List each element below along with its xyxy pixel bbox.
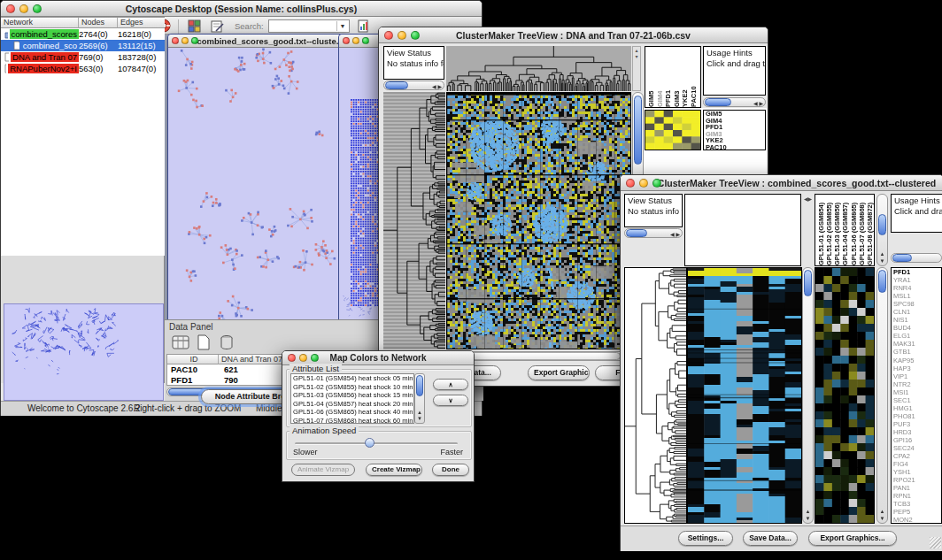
export-graphics-button[interactable]: Export Graphics... bbox=[808, 531, 897, 546]
usage-hscrollbar[interactable]: ◀ ▶ bbox=[703, 97, 766, 107]
create-vizmap-button[interactable]: Create Vizmap bbox=[366, 464, 422, 476]
faster-label: Faster bbox=[440, 448, 463, 456]
main-title-bar[interactable]: Cytoscape Desktop (Session Name: collins… bbox=[1, 1, 482, 17]
attribute-list-vscrollbar[interactable]: ▲ ▼ bbox=[414, 373, 425, 424]
zoom-button[interactable] bbox=[191, 37, 198, 44]
scroll-down-arrow[interactable]: ▼ bbox=[803, 516, 813, 521]
close-button[interactable] bbox=[343, 37, 350, 44]
scroll-arrows[interactable]: ◀ ▶ bbox=[753, 100, 763, 106]
label-scroll-arrows[interactable]: ◀▶ bbox=[802, 194, 814, 204]
zoom-button[interactable] bbox=[362, 37, 369, 44]
annotation-icon[interactable] bbox=[208, 18, 226, 34]
gene-label: SEC1 bbox=[892, 396, 941, 404]
speed-slider-track[interactable] bbox=[295, 442, 458, 445]
heatmap-global-view[interactable] bbox=[687, 267, 802, 524]
minimize-button[interactable] bbox=[181, 37, 189, 44]
table-cell[interactable]: PFD1 bbox=[167, 375, 219, 386]
close-button[interactable] bbox=[172, 37, 179, 44]
network-name-cell[interactable]: combined_sco bbox=[1, 41, 79, 50]
minimize-button[interactable] bbox=[639, 179, 648, 188]
network-list-row[interactable]: combined_scores2764(0)16218(0) bbox=[1, 28, 165, 40]
zoom-column-labels: GIM5GIM4PFD1GIM3YKE2PAC10 bbox=[645, 46, 701, 108]
heatmap-vscrollbar[interactable]: ▲ ▼ bbox=[802, 267, 814, 524]
gene-label: TCB3 bbox=[892, 500, 941, 508]
network-list-row[interactable]: DNA and Tran 07769(0)183728(0) bbox=[1, 51, 165, 63]
treeview1-title-bar[interactable]: ClusterMaker TreeView : DNA and Tran 07-… bbox=[379, 27, 768, 43]
search-input[interactable]: ▼ bbox=[268, 19, 350, 33]
attribute-list-item[interactable]: GPL51-01 (GSM854) heat shock 05 min bbox=[291, 374, 413, 383]
attribute-list-item[interactable]: GPL51-02 (GSM855) heat shock 10 min bbox=[291, 383, 413, 392]
scroll-down-arrow[interactable]: ▼ bbox=[415, 416, 424, 421]
network-list-row[interactable]: combined_sco2569(6)13112(15) bbox=[1, 40, 165, 51]
gene-list-hscrollbar[interactable] bbox=[891, 253, 942, 263]
resize-grip[interactable] bbox=[930, 537, 941, 548]
view-status-hscrollbar[interactable]: ◀ ▶ bbox=[624, 228, 683, 238]
delete-attribute-icon[interactable] bbox=[220, 334, 234, 354]
scroll-arrows[interactable]: ◀ ▶ bbox=[670, 231, 680, 237]
attribute-list-item[interactable]: GPL51-07 (GSM868) heat shock 60 min bbox=[291, 417, 413, 425]
network-name-cell[interactable]: combined_scores bbox=[1, 29, 79, 39]
zoom-button[interactable] bbox=[411, 31, 420, 40]
network-report-icon[interactable] bbox=[355, 18, 373, 34]
column-label: YKE2 bbox=[681, 47, 690, 107]
view-status-hscrollbar[interactable]: ◀ ▶ bbox=[383, 81, 444, 90]
window-controls bbox=[6, 4, 42, 13]
attribute-list-item[interactable]: GPL51-06 (GSM865) heat shock 40 min bbox=[291, 408, 413, 417]
treeview2-title-bar[interactable]: ClusterMaker TreeView : combined_scores_… bbox=[621, 175, 942, 191]
column-dendrogram[interactable] bbox=[446, 46, 631, 91]
attribute-list[interactable]: GPL51-01 (GSM854) heat shock 05 minGPL51… bbox=[290, 373, 414, 424]
attribute-list-item[interactable]: GPL51-03 (GSM856) heat shock 15 min bbox=[291, 391, 413, 400]
search-dropdown-arrow[interactable]: ▼ bbox=[336, 21, 348, 31]
minimize-button[interactable] bbox=[19, 4, 28, 13]
minimize-button[interactable] bbox=[299, 354, 307, 362]
usage-hints-panel: Usage HintsClick and drag to bbox=[891, 194, 942, 233]
zoom-button[interactable] bbox=[33, 4, 42, 13]
column-tree-area[interactable] bbox=[684, 194, 801, 266]
attribute-table-icon[interactable] bbox=[172, 334, 189, 354]
network-edges-cell: 13112(15) bbox=[118, 41, 165, 50]
scroll-up-arrow[interactable]: ▲ bbox=[877, 509, 887, 514]
close-button[interactable] bbox=[6, 4, 15, 13]
scroll-arrows[interactable]: ◀ ▶ bbox=[432, 83, 442, 89]
vizmapper-icon[interactable] bbox=[185, 18, 203, 34]
speed-slider-thumb[interactable] bbox=[365, 438, 374, 448]
heatmap-zoom-view[interactable] bbox=[645, 110, 701, 150]
close-button[interactable] bbox=[626, 179, 635, 188]
row-dendrogram[interactable] bbox=[383, 92, 445, 349]
network-canvas[interactable] bbox=[168, 48, 345, 327]
new-attribute-icon[interactable] bbox=[197, 334, 211, 354]
scroll-up-arrow[interactable]: ▲ bbox=[415, 410, 424, 415]
zoom-vscrollbar[interactable]: ▲ ▼ bbox=[876, 267, 888, 524]
close-button[interactable] bbox=[288, 354, 296, 362]
attribute-list-item[interactable]: GPL51-04 (GSM857) heat shock 20 min bbox=[291, 400, 413, 409]
move-down-button[interactable]: ∨ bbox=[433, 395, 468, 406]
export-graphics-button[interactable]: Export Graphics... bbox=[528, 365, 590, 380]
column-header-nodes[interactable]: Nodes bbox=[79, 18, 118, 28]
scroll-up-arrow[interactable]: ▲ bbox=[877, 251, 887, 257]
scroll-down-arrow[interactable]: ▼ bbox=[877, 516, 887, 521]
column-header-network[interactable]: Network bbox=[1, 18, 79, 28]
zoom-button[interactable] bbox=[311, 354, 319, 362]
table-cell[interactable]: PAC10 bbox=[167, 364, 219, 375]
network-name-cell[interactable]: RNAPuberNov2+I bbox=[1, 64, 79, 73]
labels-vscrollbar[interactable]: ▲ ▼ bbox=[876, 194, 888, 266]
network-name-cell[interactable]: DNA and Tran 07 bbox=[1, 52, 79, 62]
heatmap-zoom-view[interactable] bbox=[815, 267, 875, 524]
save-data-button[interactable]: Save Data... bbox=[743, 531, 798, 546]
column-tree-scroll-strip[interactable]: ▴▾ bbox=[632, 46, 641, 91]
birdseye-view[interactable] bbox=[4, 303, 164, 401]
minimize-button[interactable] bbox=[352, 37, 359, 44]
scroll-down-arrow[interactable]: ▼ bbox=[877, 258, 887, 264]
row-dendrogram[interactable] bbox=[624, 267, 687, 524]
settings-button[interactable]: Settings... bbox=[678, 531, 733, 546]
scroll-up-arrow[interactable]: ▲ bbox=[803, 509, 813, 514]
close-button[interactable] bbox=[384, 31, 393, 40]
id-column-header[interactable]: ID bbox=[167, 355, 219, 364]
move-up-button[interactable]: ∧ bbox=[433, 379, 468, 390]
column-header-edges[interactable]: Edges bbox=[118, 18, 165, 28]
heatmap-global-view[interactable] bbox=[446, 92, 631, 349]
done-button[interactable]: Done bbox=[432, 464, 469, 476]
zoom-button[interactable] bbox=[652, 179, 661, 188]
network-list-row[interactable]: RNAPuberNov2+I563(0)107847(0) bbox=[1, 63, 165, 74]
minimize-button[interactable] bbox=[398, 31, 406, 40]
